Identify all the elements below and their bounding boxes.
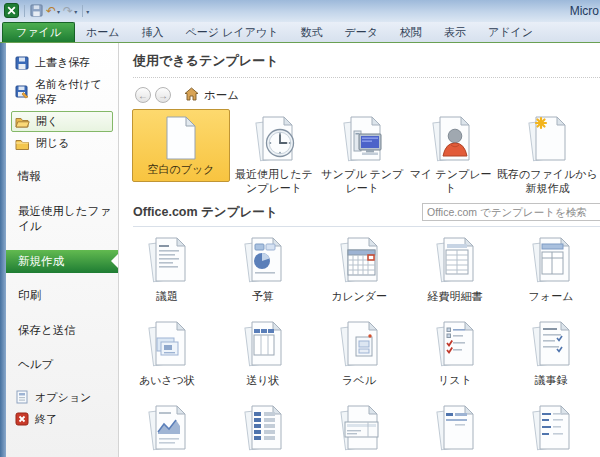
qat-separator [24,5,25,17]
ribbon-tab-home[interactable]: ホーム [75,22,131,42]
resume-icon [526,402,576,454]
save-as-icon [15,85,29,99]
template-category-budgets[interactable]: 予算 [215,232,311,316]
template-category-greeting-cards[interactable]: あいさつ状 [119,316,215,400]
ribbon-tab-add-ins[interactable]: アドイン [477,22,544,42]
sidebar-item-save-as[interactable]: 名前を付けて保存 [11,74,113,110]
template-category-reports[interactable]: レポート [407,400,503,457]
redo-button[interactable]: ↷ [63,5,73,17]
agenda-icon [142,234,192,286]
sidebar-item-save[interactable]: 上書き保存 [11,52,113,73]
my-templates-icon [426,114,476,164]
template-category-label: あいさつ状 [139,373,195,388]
undo-button[interactable]: ↶ [46,5,56,17]
minutes-icon [526,318,576,370]
sidebar-item-label: オプション [35,390,91,405]
ribbon-tab-formulas[interactable]: 数式 [289,22,333,42]
ribbon-tab-review[interactable]: 校閲 [389,22,433,42]
sidebar-item-save-send[interactable]: 保存と送信 [6,319,118,343]
expense-icon [430,234,480,286]
redo-dropdown-icon[interactable]: ▾ [74,8,77,15]
officecom-title: Office.com テンプレート [133,204,278,221]
sidebar-item-label: 終了 [35,412,57,427]
ribbon-tab-page-layout[interactable]: ページ レイアウト [175,22,290,42]
sidebar-item-options[interactable]: オプション [11,387,113,408]
blank-workbook-icon [161,114,201,161]
sidebar-item-label: 開く [36,114,58,129]
template-category-label: 経費明細書 [428,289,483,304]
template-new-from-existing[interactable]: 既存のファイルから新規作成 [495,109,600,196]
template-category-resumes[interactable]: 履歴書 [503,400,599,457]
sidebar-item-open[interactable]: 開く [11,111,113,132]
calendar-icon [334,234,384,286]
template-label: サンプル テンプレート [318,168,406,196]
back-icon: ← [138,90,148,101]
template-breadcrumb: ← → ホーム [135,86,600,104]
form-icon [526,234,576,286]
template-category-planners[interactable]: 手帳 [215,400,311,457]
sidebar-item-print[interactable]: 印刷 [6,284,118,308]
plan-icon [142,402,192,454]
sidebar-item-info[interactable]: 情報 [6,165,118,189]
ribbon-tab-insert[interactable]: 挿入 [131,22,175,42]
template-category-expense-reports[interactable]: 経費明細書 [407,232,503,316]
sidebar-item-exit[interactable]: 終了 [11,409,113,430]
template-category-agendas[interactable]: 議題 [119,232,215,316]
new-from-existing-icon [522,114,572,164]
template-category-plans[interactable]: 計画 [119,400,215,457]
template-my-templates[interactable]: マイ テンプレート [406,109,494,196]
template-label: 空白のブック [147,163,214,177]
template-recent-templates[interactable]: 最近使用したテンプレート [230,109,318,196]
sidebar-item-help[interactable]: ヘルプ [6,353,118,377]
sidebar-item-label: 閉じる [36,136,70,151]
home-button[interactable]: ホーム [184,87,239,103]
forward-button[interactable]: → [155,87,171,103]
template-category-lists[interactable]: リスト [407,316,503,400]
sidebar-item-new[interactable]: 新規作成 [6,250,118,274]
backstage-content: 使用できるテンプレート ← → ホーム 空白のブック最近使用したテンプレートサン… [119,43,600,457]
save-icon [15,56,29,70]
sidebar-item-recent[interactable]: 最近使用したファイル [6,200,118,239]
template-label: 最近使用したテンプレート [230,168,318,196]
template-category-calendars[interactable]: カレンダー [311,232,407,316]
excel-logo-icon [4,3,19,20]
excel-window: ↶▾ ↷▾ ▾ Micro ファイルホーム挿入ページ レイアウト数式データ校閲表… [0,0,600,457]
template-category-receipts[interactable]: 受領書 [311,400,407,457]
qat-separator [82,5,83,17]
template-category-label: 議題 [156,289,178,304]
breadcrumb-home-label: ホーム [204,88,239,103]
template-search-input[interactable] [422,203,600,221]
template-label: 既存のファイルから新規作成 [495,168,600,196]
ribbon-tab-bar: ファイルホーム挿入ページ レイアウト数式データ校閲表示アドイン [0,22,600,43]
recent-templates-icon [249,114,299,164]
title-bar: ↶▾ ↷▾ ▾ Micro [0,0,600,22]
template-sample-templates[interactable]: サンプル テンプレート [318,109,406,196]
list-icon [430,318,480,370]
sidebar-item-label: 上書き保存 [35,55,90,70]
template-category-label: フォーム [529,289,574,304]
template-label: マイ テンプレート [406,168,494,196]
template-category-invoices[interactable]: 送り状 [215,316,311,400]
open-folder-icon [15,115,30,129]
template-category-label: 送り状 [246,373,279,388]
exit-icon [15,412,29,426]
greeting-icon [142,318,192,370]
ribbon-tab-data[interactable]: データ [333,22,389,42]
template-category-minutes[interactable]: 議事録 [503,316,599,400]
customize-toolbar-dropdown-icon[interactable]: ▾ [86,8,89,15]
sidebar-item-close[interactable]: 閉じる [11,133,113,154]
template-category-forms[interactable]: フォーム [503,232,599,316]
ribbon-tab-view[interactable]: 表示 [433,22,477,42]
sample-templates-icon [337,114,387,164]
template-category-labels[interactable]: ラベル [311,316,407,400]
template-blank-workbook[interactable]: 空白のブック [132,109,230,182]
back-button[interactable]: ← [135,87,151,103]
home-icon [184,87,199,103]
undo-dropdown-icon[interactable]: ▾ [57,8,60,15]
save-button[interactable] [30,4,43,19]
forward-icon: → [158,90,168,101]
ribbon-tab-file[interactable]: ファイル [2,22,75,42]
officecom-section-header: Office.com テンプレート [133,203,600,227]
receipt-icon [334,402,384,454]
close-folder-icon [15,137,30,151]
